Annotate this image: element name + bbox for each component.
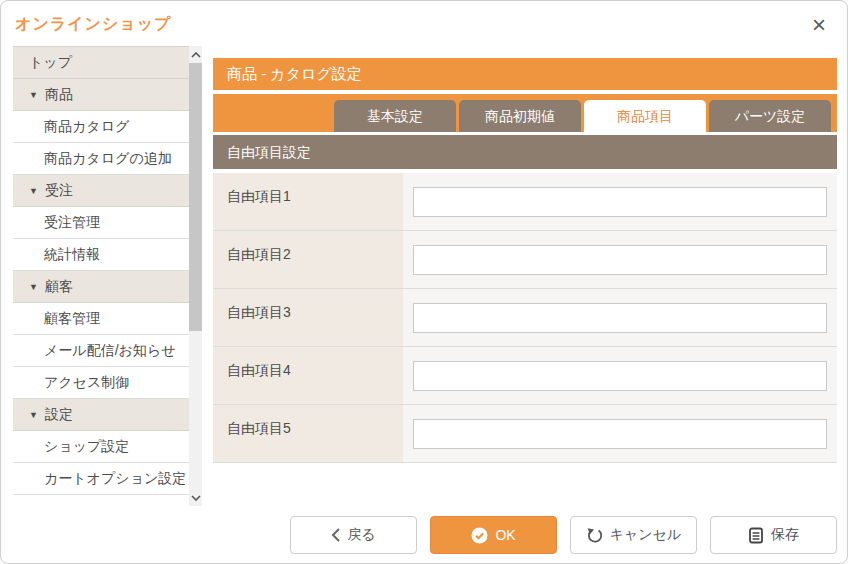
- sidebar-item-mail-notice[interactable]: メール配信/お知らせ: [13, 335, 189, 367]
- form-row: 自由項目5: [213, 405, 837, 463]
- tab-basic-settings[interactable]: 基本設定: [334, 100, 456, 132]
- check-circle-icon: [471, 527, 488, 544]
- form-row: 自由項目2: [213, 231, 837, 289]
- free-item-2-input[interactable]: [413, 245, 827, 275]
- sidebar-item-customer-management[interactable]: 顧客管理: [13, 303, 189, 335]
- tab-bar: 基本設定 商品初期値 商品項目 パーツ設定: [213, 94, 837, 132]
- form-row: 自由項目4: [213, 347, 837, 405]
- ok-button[interactable]: OK: [430, 516, 557, 554]
- page-title: 商品 - カタログ設定: [213, 58, 837, 90]
- tab-product-items[interactable]: 商品項目: [584, 100, 706, 132]
- sidebar-item-add-product-catalog[interactable]: 商品カタログの追加: [13, 143, 189, 175]
- free-items-form: 自由項目1 自由項目2 自由項目3 自由項目4 自由項目5: [213, 173, 837, 463]
- sidebar-item-statistics[interactable]: 統計情報: [13, 239, 189, 271]
- chevron-left-icon: [331, 528, 340, 542]
- footer-buttons: 戻る OK キャンセル: [213, 516, 837, 554]
- sidebar-item-shop-settings[interactable]: ショップ設定: [13, 431, 189, 463]
- field-label: 自由項目3: [213, 289, 403, 346]
- scroll-down-icon[interactable]: [189, 490, 202, 505]
- save-button[interactable]: 保存: [710, 516, 837, 554]
- triangle-down-icon: ▼: [29, 282, 38, 292]
- sidebar-item-orders-group[interactable]: ▼受注: [13, 175, 189, 207]
- free-item-3-input[interactable]: [413, 303, 827, 333]
- free-item-5-input[interactable]: [413, 419, 827, 449]
- undo-arrow-icon: [586, 527, 603, 544]
- scrollbar-thumb[interactable]: [189, 63, 202, 331]
- form-row: 自由項目1: [213, 173, 837, 231]
- sidebar-item-access-control[interactable]: アクセス制御: [13, 367, 189, 399]
- triangle-down-icon: ▼: [29, 90, 38, 100]
- main-panel: 商品 - カタログ設定 基本設定 商品初期値 商品項目 パーツ設定 自由項目設定…: [213, 58, 837, 463]
- close-icon[interactable]: ×: [803, 9, 835, 41]
- online-shop-dialog: オンラインショップ × トップ ▼商品 商品カタログ 商品カタログの追加 ▼受注…: [0, 0, 848, 564]
- sidebar-menu: トップ ▼商品 商品カタログ 商品カタログの追加 ▼受注 受注管理 統計情報 ▼…: [13, 46, 189, 495]
- sidebar-item-cart-option-settings[interactable]: カートオプション設定: [13, 463, 189, 495]
- save-document-icon: [748, 527, 764, 544]
- sidebar-item-settings-group[interactable]: ▼設定: [13, 399, 189, 431]
- sidebar-scrollbar[interactable]: [189, 46, 202, 506]
- free-item-1-input[interactable]: [413, 187, 827, 217]
- back-button[interactable]: 戻る: [290, 516, 417, 554]
- field-label: 自由項目5: [213, 405, 403, 462]
- sidebar-item-product-catalog[interactable]: 商品カタログ: [13, 111, 189, 143]
- form-row: 自由項目3: [213, 289, 837, 347]
- triangle-down-icon: ▼: [29, 186, 38, 196]
- dialog-title: オンラインショップ: [15, 14, 171, 35]
- scroll-up-icon[interactable]: [189, 47, 202, 62]
- sidebar: トップ ▼商品 商品カタログ 商品カタログの追加 ▼受注 受注管理 統計情報 ▼…: [13, 46, 202, 506]
- free-item-4-input[interactable]: [413, 361, 827, 391]
- sidebar-item-order-management[interactable]: 受注管理: [13, 207, 189, 239]
- tab-product-defaults[interactable]: 商品初期値: [459, 100, 581, 132]
- field-label: 自由項目1: [213, 173, 403, 230]
- sidebar-item-products-group[interactable]: ▼商品: [13, 79, 189, 111]
- field-label: 自由項目2: [213, 231, 403, 288]
- sidebar-item-top[interactable]: トップ: [13, 47, 189, 79]
- field-label: 自由項目4: [213, 347, 403, 404]
- cancel-button[interactable]: キャンセル: [570, 516, 697, 554]
- sidebar-item-customers-group[interactable]: ▼顧客: [13, 271, 189, 303]
- triangle-down-icon: ▼: [29, 410, 38, 420]
- tab-parts-settings[interactable]: パーツ設定: [709, 100, 831, 132]
- section-title: 自由項目設定: [213, 135, 837, 169]
